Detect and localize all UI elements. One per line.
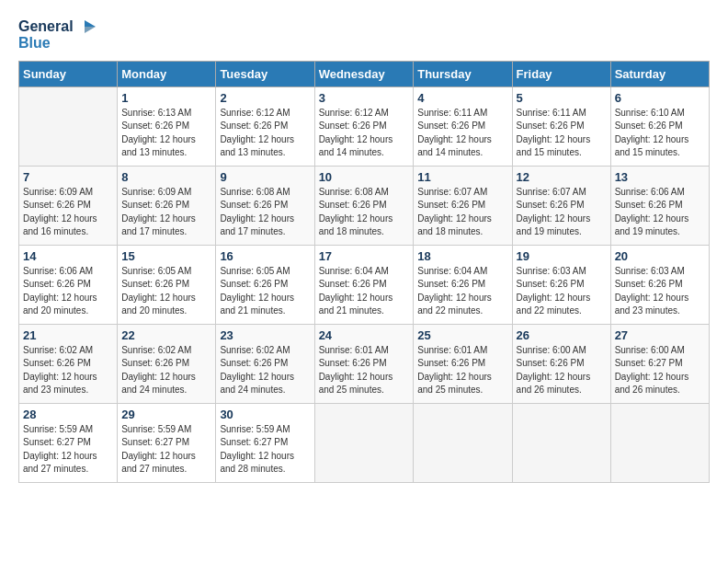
day-info: Sunrise: 6:05 AM Sunset: 6:26 PM Dayligh…: [121, 265, 211, 318]
day-info: Sunrise: 6:02 AM Sunset: 6:26 PM Dayligh…: [220, 344, 310, 397]
day-info: Sunrise: 6:03 AM Sunset: 6:26 PM Dayligh…: [615, 265, 705, 318]
calendar-cell: 26Sunrise: 6:00 AM Sunset: 6:26 PM Dayli…: [512, 324, 610, 403]
day-number: 23: [220, 328, 310, 342]
calendar-cell: 12Sunrise: 6:07 AM Sunset: 6:26 PM Dayli…: [512, 166, 610, 245]
day-number: 28: [23, 408, 113, 421]
calendar-cell: [512, 403, 610, 482]
weekday-header: Thursday: [414, 61, 512, 86]
calendar-cell: 8Sunrise: 6:09 AM Sunset: 6:26 PM Daylig…: [118, 166, 216, 245]
logo-general-text: General: [18, 18, 74, 35]
day-info: Sunrise: 6:09 AM Sunset: 6:26 PM Dayligh…: [121, 186, 211, 239]
day-info: Sunrise: 6:01 AM Sunset: 6:26 PM Dayligh…: [417, 344, 507, 397]
calendar-cell: 23Sunrise: 6:02 AM Sunset: 6:26 PM Dayli…: [216, 324, 314, 403]
page-header: General Blue: [18, 18, 710, 52]
day-number: 22: [121, 328, 211, 342]
day-info: Sunrise: 6:06 AM Sunset: 6:26 PM Dayligh…: [615, 186, 705, 239]
calendar-cell: 19Sunrise: 6:03 AM Sunset: 6:26 PM Dayli…: [512, 245, 610, 324]
calendar-cell: 4Sunrise: 6:11 AM Sunset: 6:26 PM Daylig…: [414, 86, 512, 166]
day-info: Sunrise: 5:59 AM Sunset: 6:27 PM Dayligh…: [23, 423, 113, 477]
day-number: 1: [121, 91, 211, 105]
calendar-cell: 22Sunrise: 6:02 AM Sunset: 6:26 PM Dayli…: [118, 324, 216, 403]
calendar-cell: 16Sunrise: 6:05 AM Sunset: 6:26 PM Dayli…: [216, 245, 314, 324]
day-number: 8: [121, 170, 211, 184]
day-number: 19: [517, 249, 607, 263]
calendar-cell: 18Sunrise: 6:04 AM Sunset: 6:26 PM Dayli…: [414, 245, 512, 324]
day-info: Sunrise: 6:10 AM Sunset: 6:26 PM Dayligh…: [615, 107, 705, 160]
weekday-header-row: SundayMondayTuesdayWednesdayThursdayFrid…: [19, 61, 710, 86]
day-info: Sunrise: 6:12 AM Sunset: 6:26 PM Dayligh…: [319, 107, 410, 160]
logo-bird-icon: [75, 18, 96, 35]
calendar-cell: 27Sunrise: 6:00 AM Sunset: 6:27 PM Dayli…: [610, 324, 709, 403]
calendar-cell: 10Sunrise: 6:08 AM Sunset: 6:26 PM Dayli…: [314, 166, 414, 245]
day-info: Sunrise: 6:09 AM Sunset: 6:26 PM Dayligh…: [23, 186, 113, 239]
day-info: Sunrise: 6:05 AM Sunset: 6:26 PM Dayligh…: [220, 265, 310, 318]
logo-blue-text: Blue: [18, 35, 96, 52]
weekday-header: Monday: [118, 61, 216, 86]
calendar-cell: 7Sunrise: 6:09 AM Sunset: 6:26 PM Daylig…: [19, 166, 118, 245]
day-number: 26: [517, 328, 607, 342]
day-number: 11: [417, 170, 507, 184]
calendar-cell: 1Sunrise: 6:13 AM Sunset: 6:26 PM Daylig…: [118, 86, 216, 166]
day-number: 14: [23, 249, 113, 263]
day-info: Sunrise: 6:11 AM Sunset: 6:26 PM Dayligh…: [517, 107, 607, 160]
calendar-cell: [19, 86, 118, 166]
calendar-cell: 14Sunrise: 6:06 AM Sunset: 6:26 PM Dayli…: [19, 245, 118, 324]
weekday-header: Tuesday: [216, 61, 314, 86]
calendar-week-row: 28Sunrise: 5:59 AM Sunset: 6:27 PM Dayli…: [19, 403, 710, 482]
day-number: 12: [517, 170, 607, 184]
calendar-cell: 25Sunrise: 6:01 AM Sunset: 6:26 PM Dayli…: [414, 324, 512, 403]
logo: General Blue: [18, 18, 96, 52]
day-number: 3: [319, 91, 410, 105]
day-number: 30: [220, 408, 310, 421]
calendar-cell: 30Sunrise: 5:59 AM Sunset: 6:27 PM Dayli…: [216, 403, 314, 482]
day-number: 6: [615, 91, 705, 105]
day-number: 20: [615, 249, 705, 263]
calendar-week-row: 21Sunrise: 6:02 AM Sunset: 6:26 PM Dayli…: [19, 324, 710, 403]
day-number: 27: [615, 328, 705, 342]
calendar-cell: 13Sunrise: 6:06 AM Sunset: 6:26 PM Dayli…: [610, 166, 709, 245]
day-info: Sunrise: 6:08 AM Sunset: 6:26 PM Dayligh…: [220, 186, 310, 239]
day-info: Sunrise: 6:03 AM Sunset: 6:26 PM Dayligh…: [517, 265, 607, 318]
day-info: Sunrise: 6:12 AM Sunset: 6:26 PM Dayligh…: [220, 107, 310, 160]
day-number: 15: [121, 249, 211, 263]
day-number: 17: [319, 249, 410, 263]
day-info: Sunrise: 6:07 AM Sunset: 6:26 PM Dayligh…: [517, 186, 607, 239]
weekday-header: Wednesday: [314, 61, 414, 86]
calendar-cell: 15Sunrise: 6:05 AM Sunset: 6:26 PM Dayli…: [118, 245, 216, 324]
calendar-cell: 20Sunrise: 6:03 AM Sunset: 6:26 PM Dayli…: [610, 245, 709, 324]
calendar-week-row: 14Sunrise: 6:06 AM Sunset: 6:26 PM Dayli…: [19, 245, 710, 324]
day-info: Sunrise: 6:07 AM Sunset: 6:26 PM Dayligh…: [417, 186, 507, 239]
day-info: Sunrise: 6:02 AM Sunset: 6:26 PM Dayligh…: [23, 344, 113, 397]
day-number: 24: [319, 328, 410, 342]
day-number: 21: [23, 328, 113, 342]
calendar-cell: 28Sunrise: 5:59 AM Sunset: 6:27 PM Dayli…: [19, 403, 118, 482]
day-info: Sunrise: 6:11 AM Sunset: 6:26 PM Dayligh…: [417, 107, 507, 160]
day-info: Sunrise: 6:13 AM Sunset: 6:26 PM Dayligh…: [121, 107, 211, 160]
calendar-week-row: 1Sunrise: 6:13 AM Sunset: 6:26 PM Daylig…: [19, 86, 710, 166]
day-info: Sunrise: 5:59 AM Sunset: 6:27 PM Dayligh…: [220, 423, 310, 477]
calendar-cell: 5Sunrise: 6:11 AM Sunset: 6:26 PM Daylig…: [512, 86, 610, 166]
day-number: 2: [220, 91, 310, 105]
calendar-cell: 24Sunrise: 6:01 AM Sunset: 6:26 PM Dayli…: [314, 324, 414, 403]
day-info: Sunrise: 6:00 AM Sunset: 6:26 PM Dayligh…: [517, 344, 607, 397]
day-info: Sunrise: 6:04 AM Sunset: 6:26 PM Dayligh…: [417, 265, 507, 318]
weekday-header: Friday: [512, 61, 610, 86]
calendar-cell: 11Sunrise: 6:07 AM Sunset: 6:26 PM Dayli…: [414, 166, 512, 245]
day-number: 16: [220, 249, 310, 263]
weekday-header: Saturday: [610, 61, 709, 86]
calendar-cell: 9Sunrise: 6:08 AM Sunset: 6:26 PM Daylig…: [216, 166, 314, 245]
day-info: Sunrise: 6:02 AM Sunset: 6:26 PM Dayligh…: [121, 344, 211, 397]
calendar-cell: 17Sunrise: 6:04 AM Sunset: 6:26 PM Dayli…: [314, 245, 414, 324]
day-number: 9: [220, 170, 310, 184]
svg-marker-0: [85, 20, 96, 27]
calendar-cell: 29Sunrise: 5:59 AM Sunset: 6:27 PM Dayli…: [118, 403, 216, 482]
calendar-cell: 6Sunrise: 6:10 AM Sunset: 6:26 PM Daylig…: [610, 86, 709, 166]
day-number: 18: [417, 249, 507, 263]
day-info: Sunrise: 6:04 AM Sunset: 6:26 PM Dayligh…: [319, 265, 410, 318]
calendar-week-row: 7Sunrise: 6:09 AM Sunset: 6:26 PM Daylig…: [19, 166, 710, 245]
calendar-cell: 21Sunrise: 6:02 AM Sunset: 6:26 PM Dayli…: [19, 324, 118, 403]
calendar-cell: [610, 403, 709, 482]
day-number: 29: [121, 408, 211, 421]
day-info: Sunrise: 6:08 AM Sunset: 6:26 PM Dayligh…: [319, 186, 410, 239]
svg-marker-1: [85, 27, 96, 33]
